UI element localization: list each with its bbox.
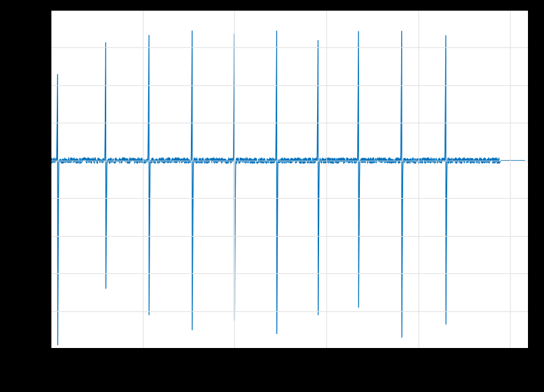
x-grid-line <box>234 10 235 349</box>
y-tick-label: 0.6 <box>31 42 45 53</box>
x-tick-mark <box>326 349 327 352</box>
x-grid-line <box>51 10 51 349</box>
y-grid-line <box>51 85 529 86</box>
axes <box>51 10 529 349</box>
y-tick-mark <box>47 349 51 349</box>
x-tick-label: 0.5 <box>135 353 150 364</box>
y-grid-line <box>51 198 529 199</box>
y-tick-mark <box>47 10 51 11</box>
figure: 00.511.522.5-1-0.8-0.6-0.4-0.200.20.40.6… <box>0 0 544 392</box>
x-tick-mark <box>51 349 51 352</box>
y-tick-label: 0.2 <box>31 117 45 129</box>
x-tick-label: 0 <box>48 353 53 364</box>
y-tick-label: 0 <box>40 155 45 166</box>
y-tick-mark <box>47 47 51 48</box>
x-tick-label: 2 <box>416 353 421 364</box>
x-tick-mark <box>510 349 511 352</box>
y-tick-label: 0.4 <box>31 79 45 91</box>
y-grid-line <box>51 10 529 11</box>
y-tick-mark <box>47 123 51 123</box>
y-tick-mark <box>47 311 51 312</box>
y-tick-label: -0.8 <box>28 305 45 317</box>
y-grid-line <box>51 273 529 274</box>
x-grid-line <box>143 10 144 349</box>
y-tick-mark <box>47 198 51 199</box>
x-grid-line <box>326 10 327 349</box>
x-tick-mark <box>234 349 235 352</box>
y-grid-line <box>51 123 529 123</box>
y-tick-label: -0.6 <box>28 268 45 279</box>
y-tick-mark <box>47 236 51 237</box>
y-tick-mark <box>47 273 51 274</box>
x-tick-label: 1 <box>232 353 237 364</box>
signal-line <box>51 10 529 349</box>
x-axis-exponent: ×105 <box>502 365 523 378</box>
x-tick-mark <box>419 349 419 352</box>
y-tick-label: -1 <box>37 343 45 355</box>
y-tick-mark <box>47 161 51 161</box>
y-grid-line <box>51 236 529 237</box>
x-tick-label: 2.5 <box>503 353 517 364</box>
y-grid-line <box>51 161 529 161</box>
x-axis-label: Number of samples <box>246 369 333 380</box>
x-grid-line <box>419 10 419 349</box>
y-tick-mark <box>47 85 51 86</box>
y-tick-label: -0.4 <box>28 230 45 241</box>
x-tick-mark <box>143 349 144 352</box>
plot-area <box>51 10 529 349</box>
y-tick-label: 0.8 <box>31 5 45 16</box>
x-tick-label: 1.5 <box>320 353 334 364</box>
y-tick-label: -0.2 <box>28 193 45 204</box>
y-axis-label: Amplitude <box>9 157 20 202</box>
y-grid-line <box>51 311 529 312</box>
x-grid-line <box>510 10 511 349</box>
y-grid-line <box>51 47 529 48</box>
signal-path <box>51 31 525 345</box>
